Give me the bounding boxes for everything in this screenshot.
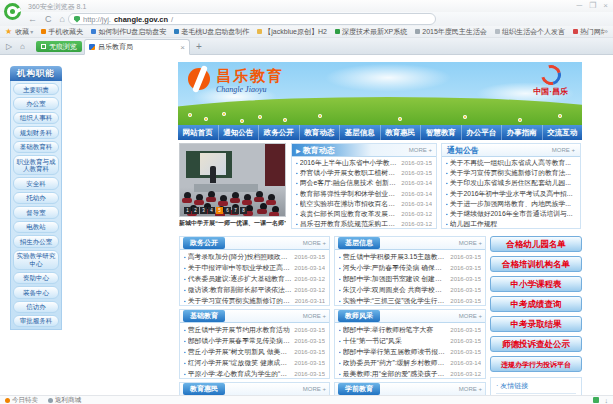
news-item[interactable]: ▪ 河头小学:严防春季传染病 确保学生身... 2016-03-15	[339, 262, 481, 273]
more-link[interactable]: MORE +	[459, 313, 482, 319]
news-item[interactable]: ▪ 关于继续做好2016年全市普通话培训与...	[446, 209, 576, 219]
news-item[interactable]: ▪ 关于申报评审中等职业学校正高级讲师... 2016-03-14	[184, 262, 325, 273]
sidebar-item[interactable]: 督导室	[13, 206, 59, 218]
service-button[interactable]: 合格幼儿园名单	[490, 236, 582, 252]
service-button[interactable]: 合格培训机构名单	[490, 256, 582, 272]
nav-item[interactable]: 智慧教育	[421, 125, 462, 140]
more-link[interactable]: MORE +	[303, 386, 326, 392]
back-icon[interactable]: ←	[28, 13, 37, 25]
minimize-button[interactable]: ─	[576, 1, 582, 10]
sidebar-item[interactable]: 实验教学研究中心	[13, 250, 59, 270]
service-button[interactable]: 中小学课程表	[490, 276, 582, 292]
home-icon[interactable]: ⌂	[60, 13, 65, 25]
news-item[interactable]: ▪ 鄌郚镇小学开展春季常见传染病防治知... 2016-03-15	[184, 335, 325, 346]
bookmark-item[interactable]: 老毛桃U盘启动盘制作	[174, 27, 249, 37]
address-input[interactable]: http://jyj.changle.gov.cn/	[68, 13, 436, 25]
news-item[interactable]: ▪ 两会e客厅:融合信息技术 创新育人方式 2016-03-14	[296, 178, 432, 188]
sidebar-item[interactable]: 基础教育科	[13, 141, 59, 153]
news-item[interactable]: ▪ 关于印发山东省城乡居住区配套幼儿园...	[446, 178, 576, 188]
sidebar-item[interactable]: 审批服务科	[13, 315, 59, 327]
nav-item[interactable]: 基层信息	[340, 125, 381, 140]
sidebar-item[interactable]: 主要职责	[13, 83, 59, 95]
nav-item[interactable]: 办事指南	[502, 125, 543, 140]
sidebar-item[interactable]: 招生办公室	[13, 235, 59, 247]
more-link[interactable]: MORE +	[459, 386, 482, 392]
bookmark-item[interactable]: 【jackblue原创】H2	[257, 27, 327, 37]
bookmark-item[interactable]: 深度技术最新XP系统	[335, 27, 407, 37]
news-item[interactable]: ▪ 十佳“第一书记”风采 2016-03-15	[339, 335, 481, 346]
bookmark-item[interactable]: 组织生活会个人发言	[495, 27, 565, 37]
slider-page-button[interactable]: 2	[192, 207, 199, 214]
news-item[interactable]: ▪ 关于学习宣传贯彻实施新修订的教育法...	[446, 168, 576, 178]
slide-caption[interactable]: 新城中学开展“一师一优课、一课一名师”活动	[179, 217, 286, 229]
news-item[interactable]: ▪ 鄌郚中学举行第五届教师读书报告会 2016-03-15	[339, 346, 481, 357]
sidebar-item[interactable]: 托幼办	[13, 192, 59, 204]
news-item[interactable]: ▪ 鄌郚中学:举行教师粉笔字大赛 2016-03-15	[339, 324, 481, 335]
bookmark-item[interactable]: 2015年度民主生活会	[415, 27, 487, 37]
news-item[interactable]: ▪ 营丘镇中学开展节约用水教育活动 2016-03-15	[184, 324, 325, 335]
news-item[interactable]: ▪ 营丘镇中学积极开展3.15主题教育活动 2016-03-15	[339, 251, 481, 262]
news-item[interactable]: ▪ 关于2016年初中学业水平考试及高中招...	[446, 189, 576, 199]
slider-page-button[interactable]: 4	[208, 207, 215, 214]
bookmarks-overflow-icon[interactable]: »	[604, 27, 608, 36]
news-item[interactable]: ▪ 幼儿园工作规程	[446, 219, 576, 229]
news-item[interactable]: ▪ 袁贵仁部长回应教育改革发展热点难点问题 2016-03-12	[296, 209, 432, 219]
bookmark-item[interactable]: 手机收藏夹	[41, 27, 83, 37]
slider-page-button[interactable]: 8	[240, 207, 247, 214]
news-item[interactable]: ▪ 高考录取加分(降分)投档照顾政策发... 2016-03-15	[184, 251, 325, 262]
more-link[interactable]: MORE +	[459, 240, 482, 246]
bookmark-item[interactable]: 热门网络小说经典网	[573, 27, 604, 37]
sidebar-item[interactable]: 安全科	[13, 177, 59, 189]
more-link[interactable]: MORE +	[303, 313, 326, 319]
sidebar-item[interactable]: 资助中心	[13, 272, 59, 284]
news-item[interactable]: ▪ 2016年上半年山东省中小学教师资格考... 2016-03-15	[296, 158, 432, 168]
news-item[interactable]: ▪ 关于不再统一组织山东省成人高等教育...	[446, 158, 576, 168]
news-item[interactable]: ▪ 朱汉小学:双周圆桌会 共商学校发展大计 2016-03-15	[339, 284, 481, 295]
photo-slider[interactable]: 1 2 3 4 5 6 7 8	[179, 143, 286, 229]
news-item[interactable]: ▪ 关于进一步加强网络教育、内地民族学...	[446, 199, 576, 209]
promo-link[interactable]: 今日特卖	[5, 396, 38, 404]
nav-item[interactable]: 办公平台	[462, 125, 503, 140]
tab-home-icon[interactable]: ⌂	[20, 42, 25, 51]
sidebar-item[interactable]: 信访办	[13, 301, 59, 313]
slider-page-button[interactable]: 7	[232, 207, 239, 214]
service-button[interactable]: 师德投诉查处公示	[490, 336, 582, 352]
news-item[interactable]: ▪ 昌乐召开教育系统规范采购工作培训会议 2016-03-12	[296, 219, 432, 229]
news-item[interactable]: ▪ 政协委员开“药方”:缓解乡村教师职业... 2016-03-14	[339, 357, 481, 368]
news-item[interactable]: ▪ 平原小学:孝心教育成为学生的“必修课” 2016-03-15	[184, 368, 325, 379]
download-icon[interactable]: ↓	[605, 397, 609, 404]
slider-page-button[interactable]: 5	[216, 207, 223, 214]
slider-page-button[interactable]: 1	[184, 207, 191, 214]
slide-image-classroom[interactable]: 1 2 3 4 5 6 7 8	[179, 143, 286, 217]
sidebar-item[interactable]: 组织人事科	[13, 112, 59, 124]
service-button[interactable]: 违规办学行为投诉平台	[490, 356, 582, 372]
close-button[interactable]: ×	[603, 1, 608, 10]
bookmark-item[interactable]: 如何制作U盘启动盘安	[91, 27, 166, 37]
incognito-mode-button[interactable]: 无痕浏览	[36, 41, 82, 52]
news-item[interactable]: ▪ 航空实验班在潍坊市招收百名初中毕业生 2016-03-14	[296, 199, 432, 209]
slider-page-button[interactable]: 6	[224, 207, 231, 214]
nav-item[interactable]: 网站首页	[178, 125, 219, 140]
news-item[interactable]: ▪ 微访谈:教育部副部长郝平谈依法治教 2016-03-12	[184, 284, 325, 295]
news-item[interactable]: ▪ 代表委员建议:逐步扩大基础教育免费... 2016-03-12	[184, 273, 325, 284]
promo-link[interactable]: 返利商城	[48, 396, 81, 404]
news-item[interactable]: ▪ 营丘小学开展“树文明新风 做美丽学生... 2016-03-15	[184, 346, 325, 357]
news-item[interactable]: ▪ 最美教师:用“全部的爱”感染孩子们的... 2016-03-12	[339, 368, 481, 379]
favorites-menu[interactable]: ★ 收藏 ▾	[5, 27, 33, 37]
tab-changle-education[interactable]: 昌乐教育局 ×	[84, 39, 190, 55]
news-item[interactable]: ▪ 乔官镇小学开展女教职工植树行动月活动 2016-03-15	[296, 168, 432, 178]
news-item[interactable]: ▪ 关于学习宣传贯彻实施新修订的教育法... 2016-03-11	[184, 295, 325, 306]
news-item[interactable]: ▪ 鄌郚中学:加强图书室建设 创建书香校园 2016-03-15	[339, 273, 481, 284]
news-item[interactable]: ▪ 红河小学开展“绽放微笑 健康成长”主... 2016-03-15	[184, 357, 325, 368]
service-button[interactable]: 中考成绩查询	[490, 296, 582, 312]
site-logo[interactable]: 昌乐教育 Changle Jiaoyu	[188, 68, 284, 94]
news-item[interactable]: ▪ 实验中学:“三抓三促”强化学生行为... 2016-03-15	[339, 295, 481, 306]
service-button[interactable]: 中考录取结果	[490, 316, 582, 332]
more-link[interactable]: MORE +	[303, 240, 326, 246]
slider-page-button[interactable]: 3	[200, 207, 207, 214]
nav-item[interactable]: 教育惠民	[381, 125, 422, 140]
tab-list-icon[interactable]: ▷	[6, 42, 12, 51]
sidebar-item[interactable]: 办公室	[13, 97, 59, 109]
tab-close-icon[interactable]: ×	[180, 43, 185, 52]
friend-links-title[interactable]: · 友情链接	[496, 381, 576, 394]
